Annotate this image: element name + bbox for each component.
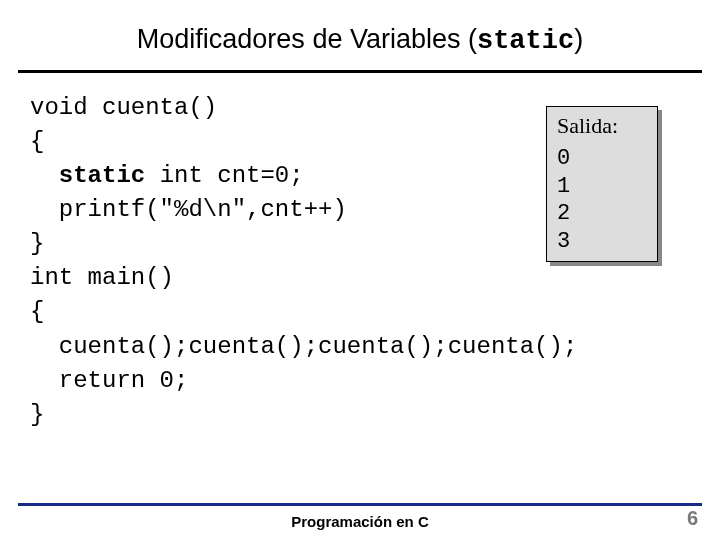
output-lines: 0 1 2 3 — [557, 145, 647, 255]
slide-title: Modificadores de Variables (static) — [0, 0, 720, 70]
page-number: 6 — [687, 507, 698, 530]
footer-divider — [18, 503, 702, 506]
code-line — [30, 162, 59, 189]
output-box: Salida: 0 1 2 3 — [546, 106, 658, 262]
code-line: } — [30, 401, 44, 428]
footer-text: Programación en C — [0, 513, 720, 530]
title-suffix: ) — [574, 24, 583, 54]
title-prefix: Modificadores de Variables ( — [137, 24, 477, 54]
code-keyword-static: static — [59, 162, 145, 189]
code-line: printf("%d\n",cnt++) — [30, 196, 347, 223]
title-keyword: static — [477, 26, 574, 56]
code-line: int main() — [30, 264, 174, 291]
code-line: { — [30, 298, 44, 325]
code-line: return 0; — [30, 367, 188, 394]
output-label: Salida: — [557, 113, 647, 139]
code-line: } — [30, 230, 44, 257]
code-line: cuenta();cuenta();cuenta();cuenta(); — [30, 333, 577, 360]
code-line: { — [30, 128, 44, 155]
code-line: int cnt=0; — [145, 162, 303, 189]
code-line: void cuenta() — [30, 94, 217, 121]
